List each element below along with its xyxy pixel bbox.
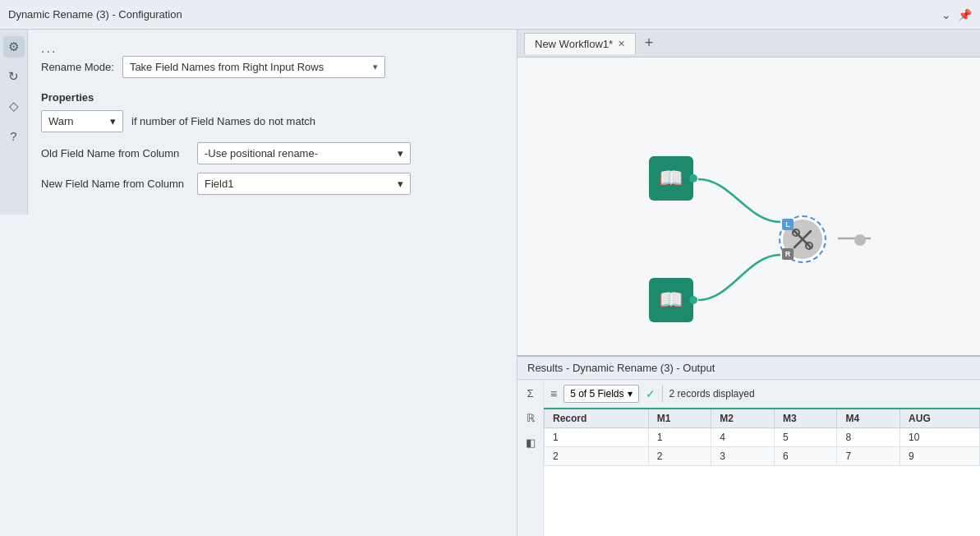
new-field-label: New Field Name from Column <box>41 178 189 190</box>
old-field-chevron: ▾ <box>398 147 403 159</box>
col-m2: M2 <box>711 409 775 428</box>
tab-workflow1-label: New Workflow1* <box>535 38 613 50</box>
table-cell: 7 <box>837 447 900 466</box>
tab-close-icon[interactable]: ✕ <box>618 39 625 49</box>
fields-label: 5 of 5 Fields <box>570 388 623 400</box>
new-field-value: Field1 <box>205 178 233 190</box>
pin-icon[interactable]: 📌 <box>958 8 972 21</box>
main-row: ⚙ ↻ ◇ ? ... Rename Mode: Take Field Name… <box>0 30 980 536</box>
properties-label: Properties <box>41 91 504 104</box>
config-area: ... Rename Mode: Take Field Names from R… <box>28 30 517 215</box>
dots-menu[interactable]: ... <box>41 41 504 56</box>
chevron-down-icon[interactable]: ⌄ <box>941 8 951 21</box>
title-bar-icons: ⌄ 📌 <box>941 8 972 21</box>
results-sigma-icon[interactable]: Σ <box>521 383 541 403</box>
new-field-chevron: ▾ <box>398 178 403 190</box>
properties-section: Properties Warn ▾ if number of Field Nam… <box>41 91 504 195</box>
node1-right-connector <box>689 174 697 183</box>
tabs-bar: New Workflow1* ✕ + <box>518 30 980 58</box>
results-sidebar: Σ ℝ ◧ <box>518 380 544 536</box>
output-connector <box>854 234 866 246</box>
question-rail-icon[interactable]: ? <box>3 125 25 146</box>
book-icon-1: 📖 <box>659 167 683 190</box>
warn-dropdown-value: Warn <box>48 115 74 127</box>
tag-rail-icon[interactable]: ◇ <box>3 95 25 117</box>
table-lines-icon: ≡ <box>550 387 557 400</box>
old-field-label: Old Field Name from Column <box>41 147 189 159</box>
table-cell: 10 <box>900 428 980 447</box>
new-field-dropdown[interactable]: Field1 ▾ <box>197 173 411 195</box>
results-tbody: 1145810223679 <box>545 428 980 466</box>
table-cell: 1 <box>545 428 649 447</box>
warn-row: Warn ▾ if number of Field Names do not m… <box>41 110 504 132</box>
col-m1: M1 <box>648 409 711 428</box>
gear-rail-icon[interactable]: ⚙ <box>3 36 25 58</box>
left-panel: ⚙ ↻ ◇ ? ... Rename Mode: Take Field Name… <box>0 30 518 536</box>
toolbar-separator <box>662 386 663 402</box>
col-m3: M3 <box>774 409 837 428</box>
title-bar: Dynamic Rename (3) - Configuration ⌄ 📌 <box>0 0 980 30</box>
icon-rail: ⚙ ↻ ◇ ? <box>0 30 28 215</box>
warn-dropdown[interactable]: Warn ▾ <box>41 110 123 132</box>
scissors-icon <box>790 227 815 252</box>
table-header-row: Record M1 M2 M3 M4 AUG <box>545 409 980 428</box>
warn-text: if number of Field Names do not match <box>131 115 315 127</box>
results-table-area[interactable]: Record M1 M2 M3 M4 AUG 1145810223679 <box>544 408 980 536</box>
book-icon-2: 📖 <box>659 289 683 312</box>
rename-node[interactable]: L R <box>779 215 826 263</box>
badge-l: L <box>782 219 794 230</box>
col-m4: M4 <box>837 409 900 428</box>
col-record: Record <box>545 409 649 428</box>
title-bar-text: Dynamic Rename (3) - Configuration <box>8 8 941 21</box>
badge-r: R <box>782 248 794 260</box>
rename-mode-chevron: ▾ <box>373 62 378 72</box>
results-toolbar: ≡ 5 of 5 Fields ▾ ✓ 2 records displayed <box>544 380 980 408</box>
table-cell: 9 <box>900 447 980 466</box>
node-book-2[interactable]: 📖 <box>649 278 693 322</box>
results-panel: Results - Dynamic Rename (3) - Output Σ … <box>518 355 980 536</box>
node-book-1[interactable]: 📖 <box>649 156 693 201</box>
table-cell: 4 <box>711 428 775 447</box>
table-cell: 5 <box>774 428 837 447</box>
canvas-area[interactable]: 📖 📖 L R <box>518 58 980 355</box>
table-cell: 2 <box>545 447 649 466</box>
old-field-value: -Use positional rename- <box>205 147 318 159</box>
results-table: Record M1 M2 M3 M4 AUG 1145810223679 <box>544 408 980 466</box>
table-cell: 1 <box>648 428 711 447</box>
table-cell: 3 <box>711 447 775 466</box>
tab-workflow1[interactable]: New Workflow1* ✕ <box>524 33 636 54</box>
results-content: Σ ℝ ◧ ≡ 5 of 5 Fields ▾ ✓ 2 records disp… <box>518 380 980 536</box>
table-row: 1145810 <box>545 428 980 447</box>
tab-add-button[interactable]: + <box>637 32 660 55</box>
right-panel: New Workflow1* ✕ + 📖 📖 <box>518 30 980 536</box>
table-cell: 8 <box>837 428 900 447</box>
check-icon[interactable]: ✓ <box>646 387 656 400</box>
table-cell: 6 <box>774 447 837 466</box>
rename-mode-row: Rename Mode: Take Field Names from Right… <box>41 56 504 78</box>
results-d-icon[interactable]: ◧ <box>521 432 541 452</box>
old-field-dropdown[interactable]: -Use positional rename- ▾ <box>197 142 411 164</box>
connector-lines <box>518 58 980 355</box>
results-header: Results - Dynamic Rename (3) - Output <box>518 357 980 380</box>
table-cell: 2 <box>648 447 711 466</box>
fields-dropdown[interactable]: 5 of 5 Fields ▾ <box>564 385 638 403</box>
rename-mode-value: Take Field Names from Right Input Rows <box>130 61 324 73</box>
old-field-row: Old Field Name from Column -Use position… <box>41 142 504 164</box>
rename-mode-label: Rename Mode: <box>41 61 114 73</box>
rename-mode-dropdown[interactable]: Take Field Names from Right Input Rows ▾ <box>122 56 385 78</box>
fields-chevron: ▾ <box>628 388 633 400</box>
col-aug: AUG <box>900 409 980 428</box>
node2-right-connector <box>689 296 697 304</box>
results-r-icon[interactable]: ℝ <box>521 408 541 427</box>
results-table-container: ≡ 5 of 5 Fields ▾ ✓ 2 records displayed <box>544 380 980 536</box>
refresh-rail-icon[interactable]: ↻ <box>3 66 25 87</box>
new-field-row: New Field Name from Column Field1 ▾ <box>41 173 504 195</box>
left-sidebar: ⚙ ↻ ◇ ? ... Rename Mode: Take Field Name… <box>0 30 517 215</box>
records-text: 2 records displayed <box>669 388 755 400</box>
warn-chevron: ▾ <box>110 115 116 127</box>
table-row: 223679 <box>545 447 980 466</box>
